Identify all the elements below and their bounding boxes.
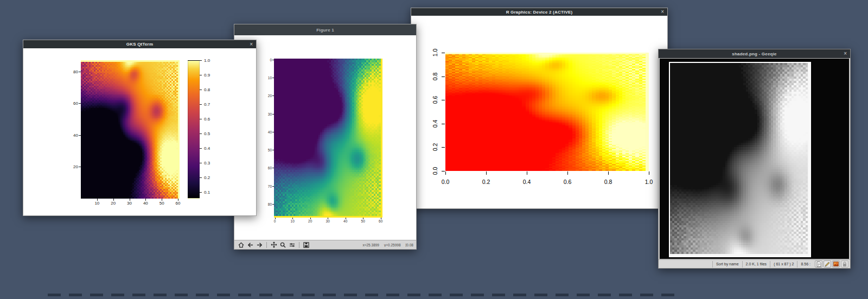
mpl-y-tick-label: 50 <box>268 148 272 152</box>
mpl-y-tick-label: 10 <box>268 75 272 79</box>
gks-colorbar-tick-mark <box>200 104 202 105</box>
gks-x-tick-label: 30 <box>127 201 132 206</box>
gks-colorbar-tick-label: 0.8 <box>204 87 210 92</box>
gks-colorbar-tick-mark <box>200 192 202 193</box>
gks-colorbar-tick-label: 0.4 <box>204 145 210 150</box>
mpl-x-tick-mark <box>275 218 276 219</box>
geeqie-shaded-image <box>670 63 810 256</box>
r-x-tick-mark <box>649 171 649 175</box>
gks-x-tick-label: 40 <box>143 201 148 206</box>
mpl-y-tick-mark <box>272 150 274 150</box>
gks-x-tick-mark <box>130 199 130 201</box>
matplotlib-toolbar: x=25.3899 y=0.25998 [0.08 <box>234 240 416 249</box>
mpl-y-tick-mark <box>272 78 274 78</box>
r-y-tick-mark <box>442 147 445 148</box>
r-x-tick-mark <box>486 171 487 175</box>
geeqie-image-dimensions: ( 61 x 87 ) 2 <box>770 261 797 268</box>
geeqie-image-area <box>659 58 850 259</box>
pencil-icon[interactable] <box>824 260 831 268</box>
matplotlib-heatmap-canvas[interactable] <box>274 59 382 218</box>
mpl-y-tick-label: 0 <box>270 58 272 61</box>
gks-colorbar-tick-label: 1.0 <box>204 58 210 63</box>
toolbar-separator <box>299 242 299 248</box>
mpl-y-tick-mark <box>272 186 274 187</box>
gks-x-tick-mark <box>145 199 146 201</box>
zoom-icon[interactable] <box>279 241 287 249</box>
home-icon[interactable] <box>237 241 245 249</box>
gks-colorbar-tick-mark <box>200 119 202 119</box>
r-y-tick-mark <box>442 77 445 77</box>
gks-x-tick-mark <box>178 199 178 201</box>
gks-colorbar-tick-mark <box>200 90 202 90</box>
forward-icon[interactable] <box>256 241 264 249</box>
geeqie-close-icon[interactable]: × <box>844 51 847 56</box>
gks-colorbar-tick-label: 0.7 <box>204 101 210 106</box>
gks-close-icon[interactable]: × <box>250 42 253 47</box>
gks-colorbar-tick-label: 0.6 <box>204 116 210 121</box>
mpl-y-tick-label: 60 <box>268 166 272 170</box>
mpl-y-tick-mark <box>272 60 274 60</box>
lock-icon[interactable] <box>841 260 848 268</box>
r-x-tick-label: 0.4 <box>523 179 531 185</box>
r-y-tick-label: 1.0 <box>432 49 438 57</box>
mpl-x-tick-label: 30 <box>326 219 330 223</box>
gks-colorbar-tick-label: 0.5 <box>204 131 210 136</box>
r-titlebar[interactable]: R Graphics: Device 2 (ACTIVE) × <box>411 8 667 16</box>
gks-colorbar-tick-label: 0.1 <box>204 189 210 194</box>
mpl-y-tick-label: 70 <box>268 184 272 188</box>
gks-colorbar-tick-mark <box>200 148 202 149</box>
gks-colorbar-tick-mark <box>200 177 202 178</box>
window-geeqie: shaded.png - Geeqie × Sort by name 2.0 K… <box>658 49 851 269</box>
r-heatmap-canvas <box>445 53 649 171</box>
mpl-x-tick-label: 50 <box>361 219 365 223</box>
gks-x-tick-label: 20 <box>111 201 116 206</box>
save-icon[interactable] <box>302 241 310 249</box>
gks-window-title: GKS QtTerm <box>126 42 153 47</box>
geeqie-statusbar: Sort by name 2.0 K, 1 files ( 61 x 87 ) … <box>659 259 850 268</box>
geeqie-titlebar[interactable]: shaded.png - Geeqie × <box>659 49 850 58</box>
gks-x-tick-mark <box>113 199 114 201</box>
subplots-icon[interactable] <box>288 241 296 249</box>
r-x-tick-mark <box>445 171 446 175</box>
gks-x-tick-label: 60 <box>176 201 181 206</box>
r-y-tick-label: 0.2 <box>432 143 438 151</box>
mpl-y-tick-mark <box>272 168 274 168</box>
cursor-y-readout: y=0.25998 <box>384 243 401 247</box>
pan-icon[interactable] <box>270 241 278 249</box>
gks-y-tick-mark <box>79 167 81 167</box>
gks-x-tick-mark <box>97 199 98 201</box>
gks-colorbar <box>188 60 200 199</box>
gks-x-tick-mark <box>162 199 162 201</box>
r-x-tick-mark <box>567 171 568 175</box>
r-y-tick-label: 0.8 <box>432 72 438 80</box>
gks-colorbar-tick-label: 0.3 <box>204 160 210 165</box>
mpl-y-tick-mark <box>272 96 274 96</box>
geeqie-zoom-readout[interactable]: 8.56 : <box>797 261 814 268</box>
geeqie-sort-selector[interactable]: Sort by name <box>712 261 742 268</box>
mpl-y-tick-label: 30 <box>268 112 272 116</box>
r-y-tick-mark <box>442 171 445 171</box>
image-icon[interactable] <box>832 260 840 268</box>
gks-y-tick-label: 80 <box>73 69 78 74</box>
r-x-tick-mark <box>527 171 527 175</box>
mpl-x-tick-label: 40 <box>343 219 347 223</box>
mpl-y-tick-mark <box>272 132 274 132</box>
mpl-x-tick-mark <box>381 218 381 219</box>
gks-colorbar-tick-mark <box>200 60 202 61</box>
gks-titlebar[interactable]: GKS QtTerm × <box>23 40 256 48</box>
gks-y-tick-mark <box>79 72 81 72</box>
geeqie-file-count: 2.0 K, 1 files <box>742 261 770 268</box>
figure1-window-title: Figure 1 <box>316 28 334 33</box>
mpl-y-tick-label: 40 <box>268 130 272 133</box>
r-x-tick-label: 1.0 <box>645 179 653 185</box>
geeqie-image-frame <box>669 62 811 257</box>
mpl-y-tick-mark <box>272 204 274 205</box>
figure1-titlebar[interactable]: Figure 1 <box>234 24 416 35</box>
r-y-tick-mark <box>442 124 445 124</box>
r-window-title: R Graphics: Device 2 (ACTIVE) <box>506 10 573 15</box>
r-close-icon[interactable]: × <box>661 9 664 15</box>
geeqie-window-title: shaded.png - Geeqie <box>732 52 776 56</box>
mpl-x-tick-mark <box>328 218 328 219</box>
info-icon[interactable] <box>815 260 822 268</box>
back-icon[interactable] <box>246 241 254 249</box>
